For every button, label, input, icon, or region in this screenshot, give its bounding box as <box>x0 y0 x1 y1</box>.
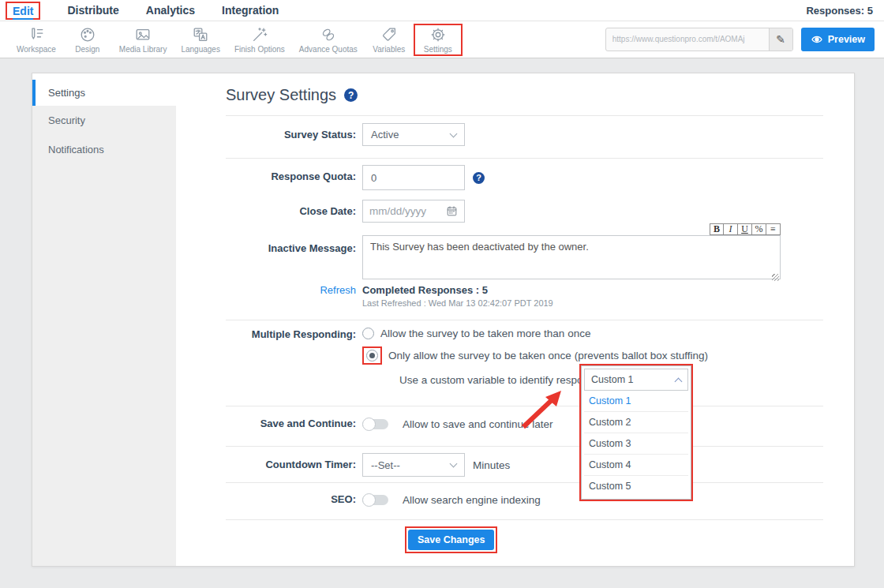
eye-icon <box>811 33 823 46</box>
custom-variable-selected-value: Custom 1 <box>591 374 634 385</box>
underline-button[interactable]: U <box>738 223 752 235</box>
resize-grip-icon[interactable] <box>772 274 779 281</box>
close-date-input[interactable]: mm/dd/yyyy <box>362 200 465 223</box>
settings-main: Survey Settings ? Survey Status: Active … <box>176 73 854 566</box>
inactive-message-textarea[interactable]: This Survey has been deactivated by the … <box>362 235 781 279</box>
seo-row: SEO: Allow search engine indexing <box>226 492 820 506</box>
save-changes-row: Save Changes <box>226 526 820 553</box>
radio-multiple-allowed-label: Allow the survey to be taken more than o… <box>380 328 590 339</box>
divider <box>226 519 823 520</box>
annotation-box-dropdown: Custom 1 Custom 1 Custom 2 Custom 3 Cust… <box>579 364 693 501</box>
toggle-knob <box>362 418 376 431</box>
close-date-row: Close Date: mm/dd/yyyy <box>226 200 820 223</box>
image-icon <box>134 26 152 43</box>
toolbar-item-label: Advance Quotas <box>299 45 358 54</box>
preview-label: Preview <box>828 34 865 45</box>
bold-button[interactable]: B <box>710 223 724 235</box>
save-changes-button[interactable]: Save Changes <box>408 530 494 550</box>
countdown-select[interactable]: --Set-- <box>362 453 465 477</box>
magic-wand-icon <box>251 26 268 43</box>
divider <box>226 115 823 116</box>
completed-responses-text: Completed Responses : 5 <box>362 284 553 296</box>
annotation-box-save: Save Changes <box>405 526 497 553</box>
divider <box>226 482 823 483</box>
toolbar-item-design[interactable]: Design <box>63 24 112 56</box>
annotation-box-edit: Edit <box>6 2 40 20</box>
toolbar-item-workspace[interactable]: Workspace <box>9 24 63 56</box>
divider <box>226 320 823 320</box>
dropdown-option[interactable]: Custom 2 <box>584 412 688 433</box>
palette-icon <box>79 26 96 43</box>
tab-integration[interactable]: Integration <box>222 4 279 17</box>
dropdown-option[interactable]: Custom 3 <box>584 433 688 455</box>
toolbar-item-advance-quotas[interactable]: Advance Quotas <box>292 24 365 56</box>
page-title: Survey Settings <box>226 86 336 104</box>
survey-status-select[interactable]: Active <box>362 123 465 146</box>
seo-label: SEO: <box>226 492 356 505</box>
toolbar-item-finish-options[interactable]: Finish Options <box>227 24 292 56</box>
italic-button[interactable]: I <box>724 223 738 235</box>
response-quota-input[interactable] <box>362 165 465 190</box>
tag-icon <box>380 26 398 43</box>
custom-variable-label: Use a custom variable to identify respon… <box>399 374 605 386</box>
dropdown-option[interactable]: Custom 4 <box>584 455 688 476</box>
top-nav: Edit Distribute Analytics Integration Re… <box>0 0 884 21</box>
dropdown-option[interactable]: Custom 1 <box>584 391 688 412</box>
seo-description: Allow search engine indexing <box>403 494 541 506</box>
toolbar-item-label: Workspace <box>17 45 56 54</box>
divider <box>226 406 823 406</box>
survey-status-label: Survey Status: <box>226 123 356 140</box>
sidebar-background: Security Notifications <box>32 106 176 566</box>
edit-url-button[interactable]: ✎ <box>769 28 792 51</box>
last-refreshed-text: Last Refreshed : Wed Mar 13 02:42:07 PDT… <box>362 298 553 308</box>
chevron-down-icon <box>450 129 458 137</box>
tab-distribute[interactable]: Distribute <box>67 4 118 17</box>
chain-links-icon <box>320 26 337 43</box>
survey-status-row: Survey Status: Active <box>226 123 820 146</box>
save-continue-description: Allow to save and continue later <box>403 418 553 430</box>
countdown-value: --Set-- <box>371 459 400 471</box>
toolbar-item-label: Settings <box>424 45 452 54</box>
toolbar-item-settings[interactable]: Settings <box>414 24 463 56</box>
help-icon[interactable]: ? <box>344 88 358 102</box>
custom-variable-select[interactable]: Custom 1 <box>584 369 688 391</box>
pencil-icon: ✎ <box>776 33 785 46</box>
sidebar-item-settings[interactable]: Settings <box>32 80 176 106</box>
chevron-up-icon <box>675 377 683 385</box>
custom-variable-row: Use a custom variable to identify respon… <box>226 374 820 386</box>
refresh-row: Refresh Completed Responses : 5 Last Ref… <box>226 283 820 308</box>
multiple-responding-label: Multiple Responding: <box>226 328 356 340</box>
format-toolbar: B I U % ≡ <box>362 223 781 235</box>
inactive-message-row: Inactive Message: B I U % ≡ This Survey … <box>226 223 820 283</box>
tab-edit[interactable]: Edit <box>13 5 33 20</box>
custom-variable-dropdown: Custom 1 Custom 1 Custom 2 Custom 3 Cust… <box>581 365 691 500</box>
save-continue-toggle[interactable] <box>362 419 388 429</box>
preview-button[interactable]: Preview <box>801 28 875 51</box>
responses-count: Responses: 5 <box>806 5 873 17</box>
survey-url-text: https://www.questionpro.com/t/AOMAj <box>606 28 769 51</box>
tab-analytics[interactable]: Analytics <box>146 4 195 17</box>
dropdown-option[interactable]: Custom 5 <box>584 476 688 496</box>
refresh-link[interactable]: Refresh <box>320 284 356 296</box>
nav-tabs: Edit Distribute Analytics Integration <box>11 2 279 20</box>
sidebar-item-notifications[interactable]: Notifications <box>32 135 176 164</box>
help-icon[interactable]: ? <box>473 172 485 184</box>
toolbar-item-media-library[interactable]: Media Library <box>112 24 174 56</box>
gear-icon <box>429 26 447 43</box>
countdown-label: Countdown Timer: <box>226 453 356 470</box>
chevron-down-icon <box>450 460 458 468</box>
toolbar-item-variables[interactable]: Variables <box>365 24 414 56</box>
sidebar-item-security[interactable]: Security <box>32 106 176 135</box>
countdown-row: Countdown Timer: --Set-- Minutes <box>226 453 820 477</box>
toolbar-item-languages[interactable]: Languages <box>174 24 227 56</box>
radio-once-only-label: Only allow the survey to be taken once (… <box>388 350 708 361</box>
inactive-message-label: Inactive Message: <box>226 223 356 254</box>
align-icon[interactable]: ≡ <box>766 223 781 235</box>
save-continue-row: Save and Continue: Allow to save and con… <box>226 416 820 430</box>
radio-multiple-allowed[interactable] <box>362 328 374 339</box>
radio-once-only[interactable] <box>366 350 378 361</box>
toolbar-item-label: Design <box>75 45 99 54</box>
link-icon[interactable]: % <box>752 223 766 235</box>
calendar-icon <box>446 205 458 217</box>
seo-toggle[interactable] <box>362 495 388 505</box>
